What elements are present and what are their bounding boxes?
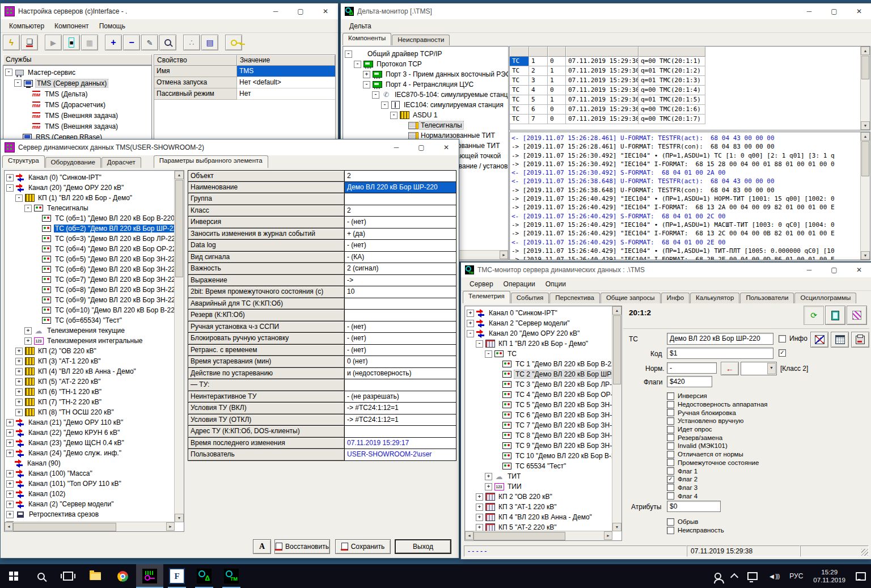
checkbox-row[interactable]: Установлено вручную xyxy=(667,417,768,425)
close-button[interactable]: ✕ xyxy=(434,139,459,155)
parameter-row[interactable]: Data log- (нет) xyxy=(188,240,456,252)
parameter-row[interactable]: Резерв (К:КП:Об) xyxy=(188,310,456,322)
tab-Общие запросы[interactable]: Общие запросы xyxy=(601,293,661,303)
tree-expander[interactable]: + xyxy=(6,174,14,181)
tree-item[interactable]: -IEC104: симулируемая станция xyxy=(343,100,508,110)
tree-item[interactable]: +ТИИ xyxy=(465,481,621,492)
tree-expander[interactable]: - xyxy=(467,330,474,337)
tree-item[interactable]: TMS (Внешняя задача) xyxy=(3,121,151,132)
parameter-row[interactable]: 2bit: Время промежуточного состояния (с)… xyxy=(188,286,456,298)
resize-grip[interactable] xyxy=(861,549,868,556)
tree-expander[interactable]: + xyxy=(15,378,23,386)
apply-norm-button[interactable]: ← xyxy=(721,362,739,375)
parameter-value[interactable]: USER-SHOWROOM-2\user xyxy=(345,449,456,461)
tree-expander[interactable]: - xyxy=(363,81,370,88)
tree-expander[interactable]: + xyxy=(6,419,14,426)
tab-Дорасчет[interactable]: Дорасчет xyxy=(102,157,141,168)
parameter-row[interactable]: Объект2 xyxy=(188,170,456,182)
steps-toolbar-button[interactable] xyxy=(183,35,200,50)
tree-item[interactable]: +КП 4 "ВЛ 220 кВ Анна - Демо" xyxy=(465,512,621,522)
scroll-right-arrow[interactable]: ► xyxy=(166,522,175,531)
tree-item[interactable]: ТС 5 "Демо ВЛ 220 кВ Бор ЗН-220" xyxy=(465,400,621,410)
tree-item[interactable]: ТС 2 "Демо ВЛ 220 кВ Бор ШР-220" xyxy=(465,369,621,379)
copy-button[interactable] xyxy=(825,306,845,325)
parameter-value[interactable]: - (нет) xyxy=(345,217,456,229)
print-button[interactable] xyxy=(851,332,869,348)
key-toolbar-button[interactable] xyxy=(225,35,242,50)
tree-expander[interactable]: + xyxy=(6,450,14,457)
table-button[interactable] xyxy=(831,332,849,348)
scroll-right-arrow[interactable]: ► xyxy=(604,531,612,540)
maximize-button[interactable]: ▢ xyxy=(409,139,434,155)
tree-expander[interactable]: + xyxy=(15,388,23,396)
tree-item[interactable]: ТС (об=9) "Демо ВЛ 220 кВ Бор ЗН-220" xyxy=(5,295,184,305)
property-value[interactable]: Нет <default> xyxy=(237,77,335,88)
maximize-button[interactable]: ▢ xyxy=(822,3,847,19)
tree-item[interactable]: +Канал (102) xyxy=(5,489,184,499)
tree-item[interactable]: +Канал 2 "Сервер модели" xyxy=(465,318,621,328)
tab-События[interactable]: События xyxy=(511,293,549,303)
checkbox[interactable] xyxy=(667,434,674,441)
tree-item[interactable]: Канал (90) xyxy=(5,458,184,468)
tree-item[interactable]: TMS (Внешняя задача) xyxy=(3,110,151,121)
tree-item[interactable]: +КП (6) "ТН-1 220 кВ" xyxy=(5,387,184,397)
parameter-value[interactable] xyxy=(345,193,456,205)
tree-expander[interactable]: - xyxy=(14,79,22,87)
parameter-row[interactable]: Группа xyxy=(188,193,456,205)
save-button[interactable]: Сохранить xyxy=(335,539,391,554)
font-button[interactable]: A xyxy=(253,539,271,554)
scroll-down-arrow[interactable]: ▼ xyxy=(612,523,621,531)
checkbox-row[interactable]: Обрыв xyxy=(667,518,724,526)
parameter-row[interactable]: Действие по устареваниюи (недостоверност… xyxy=(188,368,456,380)
parameter-row[interactable]: Время устаревания (мин)0 (нет) xyxy=(188,356,456,368)
table-row[interactable]: TC7007.11.2019 15:29:30q=00 TMC(20:1:7) xyxy=(510,115,870,124)
tree-item[interactable]: +КП (4) "ВЛ 220 кВ Анна - Демо" xyxy=(5,366,184,377)
exit-button[interactable]: Выход xyxy=(395,539,451,554)
tree-item[interactable]: +КП (7) "ТН-2 220 кВ" xyxy=(5,397,184,407)
parameter-value[interactable]: -> xyxy=(345,275,456,287)
tree-item[interactable]: -Телесигналы xyxy=(5,203,184,213)
tree-expander[interactable]: - xyxy=(15,194,23,202)
scroll-left-arrow[interactable]: ◄ xyxy=(5,522,13,531)
scroll-thumb[interactable] xyxy=(861,56,869,79)
point-name-input[interactable]: Демо ВЛ 220 кВ Бор ШР-220 xyxy=(667,333,773,345)
tree-item[interactable]: -КП (1) "ВЛ 220 кВ Бор - Демо" xyxy=(5,193,184,203)
run-toolbar-button[interactable] xyxy=(3,35,20,50)
tree-expander[interactable]: + xyxy=(6,501,14,508)
parameter-row[interactable]: Адрес ТУ (К:КП:Об, DOS-клиенты) xyxy=(188,426,456,438)
tree-expander[interactable]: + xyxy=(6,490,14,498)
maximize-button[interactable]: ▢ xyxy=(822,263,847,277)
tree-expander[interactable]: + xyxy=(476,504,483,511)
flags-input[interactable]: $420 xyxy=(667,376,712,387)
taskbar-app-f[interactable]: F xyxy=(163,564,191,588)
parameter-row[interactable]: Вид сигнала- (КА) xyxy=(188,252,456,264)
menu-item[interactable]: Дельта xyxy=(344,21,377,31)
table-row[interactable]: TC4007.11.2019 15:29:30q=00 TMC(20:1:4) xyxy=(510,86,870,95)
tree-item[interactable]: -Канал (20) "Демо ОРУ 220 кВ" xyxy=(5,183,184,193)
minimize-button[interactable]: ─ xyxy=(797,263,822,277)
scroll-thumb[interactable] xyxy=(13,523,116,531)
tree-item[interactable]: +КП (3) "АТ-1 220 кВ" xyxy=(5,356,184,366)
parameter-value[interactable]: - (КА) xyxy=(345,252,456,264)
tree-expander[interactable]: + xyxy=(15,399,23,406)
parameter-row[interactable]: Важность2 (сигнал) xyxy=(188,263,456,275)
network-icon[interactable] xyxy=(742,564,763,588)
tree-expander[interactable]: - xyxy=(485,350,492,358)
vertical-scrollbar[interactable]: ▲ ▼ xyxy=(860,132,870,260)
tree-item[interactable]: +Канал (100) "Масса" xyxy=(5,468,184,479)
tree-expander[interactable]: + xyxy=(6,511,14,518)
checkbox[interactable] xyxy=(667,518,674,526)
tree-item[interactable]: ТС 9 "Демо ВЛ 220 кВ Бор ЗН-220" xyxy=(465,441,621,451)
vertical-scrollbar[interactable]: ▲ ▼ xyxy=(174,171,184,522)
checkbox-row[interactable]: ✓Флаг 2 xyxy=(667,475,768,484)
scroll-down-arrow[interactable]: ▼ xyxy=(861,251,870,260)
tab-Калькулятор[interactable]: Калькулятор xyxy=(690,293,739,303)
tree-item[interactable]: -ASDU 1 xyxy=(343,110,508,120)
parameter-value[interactable] xyxy=(345,426,456,438)
matrix-toolbar-button[interactable] xyxy=(81,35,98,50)
close-button[interactable]: ✕ xyxy=(847,3,871,19)
tree-item[interactable]: -ТС xyxy=(465,349,621,359)
tree-expander[interactable]: - xyxy=(476,340,483,348)
property-row[interactable]: Отмена запускаНет <default> xyxy=(154,77,335,88)
tree-item[interactable]: ТС 3 "Демо ВЛ 220 кВ Бор ЛР-220" xyxy=(465,379,621,390)
